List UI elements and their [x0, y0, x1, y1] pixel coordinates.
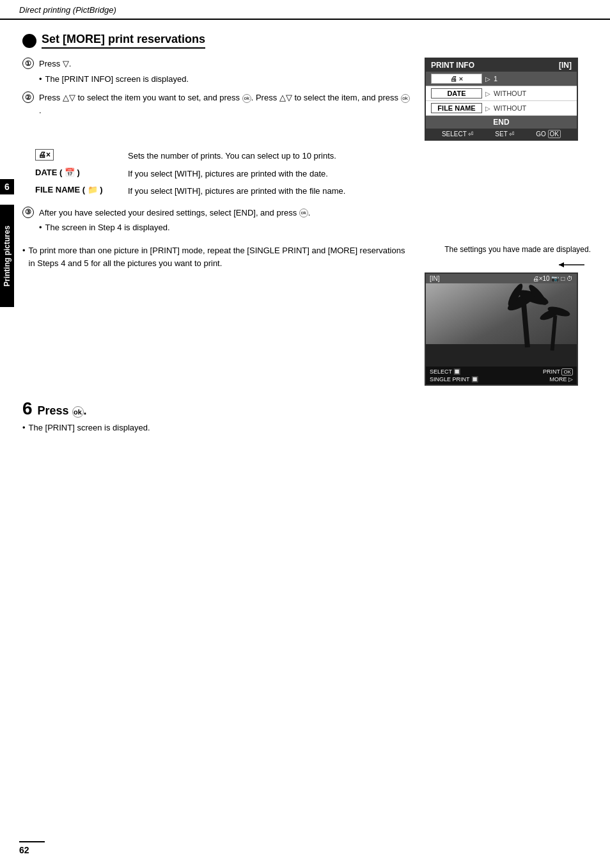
cam-print-ok: PRINT OK [543, 368, 573, 375]
page-container: Direct printing (PictBridge) 6 Printing … [0, 0, 610, 868]
step-3: ③ After you have selected your desired s… [22, 207, 591, 234]
step-3-content: After you have selected your desired set… [39, 207, 310, 234]
header-bar: Direct printing (PictBridge) [0, 0, 610, 20]
settings-caption-text: The settings you have made are displayed… [444, 245, 591, 254]
pi-copies-label: 🖨 × [431, 74, 482, 84]
step-3-num: ③ [22, 207, 34, 218]
pi-row-date: DATE ▷ WITHOUT [426, 86, 577, 101]
print-info-screen: PRINT INFO [IN] 🖨 × ▷ 1 DATE ▷ WITHOUT [425, 58, 578, 141]
step-3-note-text: The screen in Step 4 is displayed. [45, 221, 170, 234]
section-title: Set [MORE] print reservations [42, 33, 205, 49]
pi-footer: SELECT ⏎ SET ⏎ GO OK [426, 129, 577, 139]
pi-date-arrow: ▷ [485, 90, 490, 97]
desc-key-copies: 🖨× [35, 150, 118, 159]
pi-row-copies: 🖨 × ▷ 1 [426, 72, 577, 86]
desc-row-filename: FILE NAME ( 📁 ) If you select [WITH], pi… [35, 185, 393, 198]
note-screenshot-col: The settings you have made are displayed… [425, 244, 591, 386]
cam-more: MORE ▷ [549, 376, 573, 383]
note-bullet: To print more than one picture in [PRINT… [22, 244, 412, 271]
heading-bullet [22, 34, 36, 48]
pi-filename-value: WITHOUT [494, 104, 526, 112]
page-number: 62 [19, 841, 45, 855]
steps-column: ① Press ▽. The [PRINT INFO] screen is di… [22, 58, 412, 123]
cam-image-area [426, 283, 577, 367]
print-info-screenshot: PRINT INFO [IN] 🖨 × ▷ 1 DATE ▷ WITHOUT [425, 58, 591, 141]
cam-image-svg [426, 283, 577, 367]
cam-footer-left: SELECT 🔲 SINGLE PRINT 🔲 [430, 368, 478, 383]
pi-copies-arrow: ▷ [485, 75, 490, 83]
camera-screen-2: [IN] 🖨×10 📷 □ ⏱ [425, 272, 578, 386]
section-heading: Set [MORE] print reservations [22, 33, 591, 49]
svg-marker-1 [559, 262, 564, 267]
step-1-note: The [PRINT INFO] screen is displayed. [39, 73, 189, 86]
cam-single-print: SINGLE PRINT 🔲 [430, 376, 478, 383]
desc-val-filename: If you select [WITH], pictures are print… [128, 185, 345, 198]
step-3-text: After you have selected your desired set… [39, 208, 310, 217]
pi-end-label: END [493, 118, 509, 127]
step-2-text: Press △▽ to select the item you want to … [39, 93, 410, 115]
step-6-heading: 6 Press ok. [22, 398, 591, 419]
step-6-text: Press ok. [37, 404, 86, 417]
pi-date-value: WITHOUT [494, 90, 526, 97]
pi-badge: [IN] [559, 61, 572, 70]
cam-footer-right: PRINT OK MORE ▷ [543, 368, 573, 383]
step-1-num: ① [22, 58, 34, 69]
step-6-number: 6 [22, 398, 33, 418]
desc-key-date: DATE ( 📅 ) [35, 168, 118, 177]
desc-row-date: DATE ( 📅 ) If you select [WITH], picture… [35, 168, 393, 180]
step-6-note: The [PRINT] screen is displayed. [22, 423, 591, 432]
cam-top-bar: [IN] 🖨×10 📷 □ ⏱ [426, 274, 577, 283]
pi-filename-label: FILE NAME [431, 103, 482, 113]
step-6-note-text: The [PRINT] screen is displayed. [29, 423, 150, 432]
desc-key-filename: FILE NAME ( 📁 ) [35, 185, 118, 194]
pi-title: PRINT INFO [431, 61, 474, 70]
note-section: To print more than one picture in [PRINT… [22, 244, 591, 386]
step-3-note: The screen in Step 4 is displayed. [39, 221, 310, 234]
desc-table: 🖨× Sets the number of prints. You can se… [35, 150, 393, 198]
step-6-section: 6 Press ok. The [PRINT] screen is displa… [22, 398, 591, 432]
pi-date-label: DATE [431, 88, 482, 99]
note-text: To print more than one picture in [PRINT… [22, 244, 412, 386]
pi-footer-set: SET ⏎ [495, 130, 514, 138]
pi-end-row: END [426, 116, 577, 129]
side-tab-label: Printing pictures [0, 205, 14, 307]
pi-copies-value: 1 [494, 75, 497, 83]
page-number-text: 62 [19, 845, 29, 855]
cam-badge: [IN] [430, 275, 440, 282]
cam-select: SELECT 🔲 [430, 368, 478, 375]
pi-footer-go: GO OK [536, 130, 561, 138]
note-bullet-text: To print more than one picture in [PRINT… [29, 244, 412, 271]
pi-filename-arrow: ▷ [485, 105, 490, 112]
step-1-content: Press ▽. The [PRINT INFO] screen is disp… [39, 58, 189, 85]
pi-title-bar: PRINT INFO [IN] [426, 59, 577, 72]
main-content: Set [MORE] print reservations ① Press ▽.… [0, 20, 610, 445]
step-1-text: Press ▽. [39, 59, 71, 68]
header-title: Direct printing (PictBridge) [19, 5, 116, 15]
cam-footer: SELECT 🔲 SINGLE PRINT 🔲 PRINT OK MORE ▷ [426, 367, 577, 384]
step-6-content: 6 Press ok. The [PRINT] screen is displa… [22, 398, 591, 432]
two-col-layout: ① Press ▽. The [PRINT INFO] screen is di… [22, 58, 591, 141]
desc-val-copies: Sets the number of prints. You can selec… [128, 150, 336, 162]
cam-print-count: 🖨×10 📷 □ ⏱ [533, 275, 573, 282]
pi-footer-select: SELECT ⏎ [442, 130, 474, 138]
desc-row-copies: 🖨× Sets the number of prints. You can se… [35, 150, 393, 162]
step-2: ② Press △▽ to select the item you want t… [22, 91, 412, 116]
pi-row-filename: FILE NAME ▷ WITHOUT [426, 101, 577, 116]
arrow-indicator [552, 258, 591, 271]
step-1: ① Press ▽. The [PRINT INFO] screen is di… [22, 58, 412, 85]
settings-caption: The settings you have made are displayed… [425, 244, 591, 255]
step-2-content: Press △▽ to select the item you want to … [39, 91, 412, 116]
step-1-note-text: The [PRINT INFO] screen is displayed. [45, 73, 189, 86]
desc-val-date: If you select [WITH], pictures are print… [128, 168, 328, 180]
step-3-item: ③ After you have selected your desired s… [22, 207, 591, 234]
step-2-num: ② [22, 91, 34, 103]
side-tab-number: 6 [0, 179, 14, 194]
